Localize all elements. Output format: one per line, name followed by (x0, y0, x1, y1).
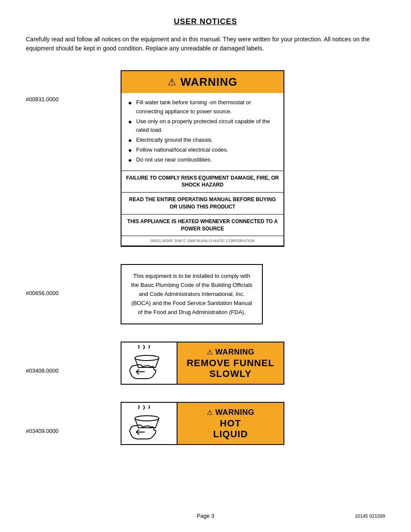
svg-point-0 (135, 355, 159, 361)
warn-word-03408: WARNING (215, 348, 255, 357)
notice-label-03408: #03408.0000 (26, 342, 121, 374)
warning-title: WARNING (181, 75, 238, 89)
warning-label-top-03409: ⚠ WARNING (207, 408, 255, 417)
notice-row-03409: #03409.0000 (26, 402, 385, 445)
warning-label-text-area-03409: ⚠ WARNING HOT LIQUID (177, 403, 283, 444)
warning-main-text-03409: HOT LIQUID (213, 418, 248, 440)
intro-text: Carefully read and follow all notices on… (26, 35, 385, 53)
warning-label-box-03408: ⚠ WARNING REMOVE FUNNEL SLOWLY (121, 342, 284, 385)
notice-label-00831: #00831.0000 (26, 70, 121, 103)
warning-section-1-text: FAILURE TO COMPLY RISKS EQUIPMENT DAMAGE… (126, 174, 279, 189)
warning-main-line2-03409: LIQUID (213, 429, 248, 439)
notice-label-03409: #03409.0000 (26, 402, 121, 434)
svg-point-2 (135, 416, 159, 421)
doc-number: 10145 021599 (355, 513, 385, 519)
warning-section-2: READ THE ENTIRE OPERATING MANUAL BEFORE … (121, 193, 283, 215)
page-title: USER NOTICES (26, 17, 385, 26)
plumbing-text: This equipment is to be installed to com… (129, 272, 254, 317)
warning-footer-text: 00831.0000F 3/98 © 1988 BUNN-O-MATIC COR… (126, 239, 279, 243)
warning-box-main: ⚠ WARNING Fill water tank before turning… (121, 70, 284, 247)
bullet-1: Fill water tank before turning -on therm… (128, 98, 277, 116)
warning-label-icon-03408 (121, 342, 177, 384)
warning-main-line1-03408: REMOVE FUNNEL (187, 358, 274, 368)
warning-label-icon-03409 (121, 403, 177, 444)
warning-main-line2-03408: SLOWLY (209, 368, 252, 379)
bullet-5: Do not use near combustibles. (128, 156, 277, 165)
warning-main-line1-03409: HOT (220, 418, 241, 429)
bullet-3: Electrically ground the chassis. (128, 136, 277, 145)
warning-triangle-sm-03408: ⚠ (207, 348, 213, 356)
page-footer: Page 3 10145 021599 (0, 513, 411, 519)
page-number: Page 3 (196, 513, 214, 519)
warning-section-2-text: READ THE ENTIRE OPERATING MANUAL BEFORE … (126, 196, 279, 211)
hand-steam-svg-03408 (125, 345, 173, 382)
warn-word-03409: WARNING (215, 408, 255, 417)
notice-row-03408: #03408.0000 (26, 342, 385, 385)
notice-label-00656: #00656.0000 (26, 264, 121, 296)
plumbing-box: This equipment is to be installed to com… (121, 264, 263, 324)
warning-label-top-03408: ⚠ WARNING (207, 348, 255, 357)
warning-triangle-sm-03409: ⚠ (207, 408, 213, 417)
warning-header: ⚠ WARNING (121, 71, 283, 93)
hand-steam-svg-03409 (125, 405, 173, 442)
warning-triangle-icon: ⚠ (168, 77, 176, 88)
warning-main-text-03408: REMOVE FUNNEL SLOWLY (187, 358, 274, 380)
notice-content-03409: ⚠ WARNING HOT LIQUID (121, 402, 385, 445)
warning-label-box-03409: ⚠ WARNING HOT LIQUID (121, 402, 284, 445)
warning-label-text-area-03408: ⚠ WARNING REMOVE FUNNEL SLOWLY (177, 342, 283, 384)
page: USER NOTICES Carefully read and follow a… (0, 0, 411, 532)
bullet-2: Use only on a properly protected circuit… (128, 117, 277, 135)
warning-section-1: FAILURE TO COMPLY RISKS EQUIPMENT DAMAGE… (121, 171, 283, 193)
warning-bullets: Fill water tank before turning -on therm… (121, 93, 283, 171)
warning-section-3-text: THIS APPLIANCE IS HEATED WHENEVER CONNEC… (126, 218, 279, 233)
notice-content-00831: ⚠ WARNING Fill water tank before turning… (121, 70, 385, 247)
notice-row-00656: #00656.0000 This equipment is to be inst… (26, 264, 385, 324)
notice-content-00656: This equipment is to be installed to com… (121, 264, 385, 324)
warning-footer: 00831.0000F 3/98 © 1988 BUNN-O-MATIC COR… (121, 236, 283, 246)
notice-row-00831: #00831.0000 ⚠ WARNING Fill water tank be… (26, 70, 385, 247)
notice-content-03408: ⚠ WARNING REMOVE FUNNEL SLOWLY (121, 342, 385, 385)
bullet-4: Follow national/local electrical codes. (128, 146, 277, 155)
warning-section-3: THIS APPLIANCE IS HEATED WHENEVER CONNEC… (121, 215, 283, 236)
